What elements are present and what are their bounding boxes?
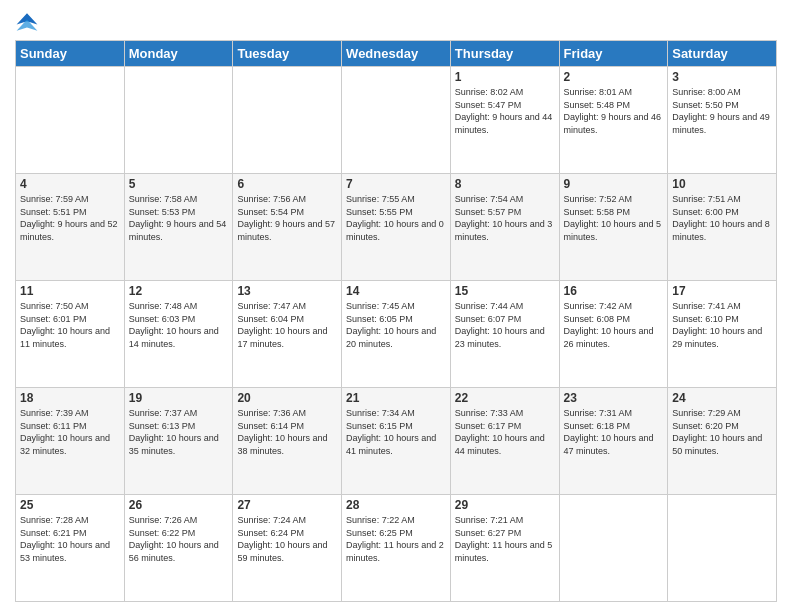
day-number: 24 bbox=[672, 391, 772, 405]
logo-icon bbox=[15, 10, 39, 34]
day-cell: 20Sunrise: 7:36 AM Sunset: 6:14 PM Dayli… bbox=[233, 388, 342, 495]
day-cell bbox=[559, 495, 668, 602]
day-info: Sunrise: 7:55 AM Sunset: 5:55 PM Dayligh… bbox=[346, 193, 446, 243]
day-cell bbox=[233, 67, 342, 174]
day-info: Sunrise: 7:39 AM Sunset: 6:11 PM Dayligh… bbox=[20, 407, 120, 457]
day-cell: 23Sunrise: 7:31 AM Sunset: 6:18 PM Dayli… bbox=[559, 388, 668, 495]
day-number: 1 bbox=[455, 70, 555, 84]
day-number: 20 bbox=[237, 391, 337, 405]
day-number: 17 bbox=[672, 284, 772, 298]
day-info: Sunrise: 7:47 AM Sunset: 6:04 PM Dayligh… bbox=[237, 300, 337, 350]
day-cell: 1Sunrise: 8:02 AM Sunset: 5:47 PM Daylig… bbox=[450, 67, 559, 174]
day-cell: 14Sunrise: 7:45 AM Sunset: 6:05 PM Dayli… bbox=[342, 281, 451, 388]
day-number: 10 bbox=[672, 177, 772, 191]
day-number: 11 bbox=[20, 284, 120, 298]
day-cell: 8Sunrise: 7:54 AM Sunset: 5:57 PM Daylig… bbox=[450, 174, 559, 281]
day-info: Sunrise: 7:50 AM Sunset: 6:01 PM Dayligh… bbox=[20, 300, 120, 350]
day-cell: 6Sunrise: 7:56 AM Sunset: 5:54 PM Daylig… bbox=[233, 174, 342, 281]
day-header-saturday: Saturday bbox=[668, 41, 777, 67]
day-cell: 9Sunrise: 7:52 AM Sunset: 5:58 PM Daylig… bbox=[559, 174, 668, 281]
day-info: Sunrise: 7:29 AM Sunset: 6:20 PM Dayligh… bbox=[672, 407, 772, 457]
day-number: 6 bbox=[237, 177, 337, 191]
day-info: Sunrise: 7:56 AM Sunset: 5:54 PM Dayligh… bbox=[237, 193, 337, 243]
day-number: 18 bbox=[20, 391, 120, 405]
day-number: 9 bbox=[564, 177, 664, 191]
day-info: Sunrise: 7:33 AM Sunset: 6:17 PM Dayligh… bbox=[455, 407, 555, 457]
day-cell: 29Sunrise: 7:21 AM Sunset: 6:27 PM Dayli… bbox=[450, 495, 559, 602]
day-cell: 16Sunrise: 7:42 AM Sunset: 6:08 PM Dayli… bbox=[559, 281, 668, 388]
day-number: 12 bbox=[129, 284, 229, 298]
day-cell: 28Sunrise: 7:22 AM Sunset: 6:25 PM Dayli… bbox=[342, 495, 451, 602]
day-info: Sunrise: 7:22 AM Sunset: 6:25 PM Dayligh… bbox=[346, 514, 446, 564]
day-info: Sunrise: 8:01 AM Sunset: 5:48 PM Dayligh… bbox=[564, 86, 664, 136]
day-cell: 10Sunrise: 7:51 AM Sunset: 6:00 PM Dayli… bbox=[668, 174, 777, 281]
day-number: 25 bbox=[20, 498, 120, 512]
day-header-tuesday: Tuesday bbox=[233, 41, 342, 67]
day-info: Sunrise: 7:26 AM Sunset: 6:22 PM Dayligh… bbox=[129, 514, 229, 564]
day-cell: 11Sunrise: 7:50 AM Sunset: 6:01 PM Dayli… bbox=[16, 281, 125, 388]
day-info: Sunrise: 8:00 AM Sunset: 5:50 PM Dayligh… bbox=[672, 86, 772, 136]
day-number: 14 bbox=[346, 284, 446, 298]
day-header-wednesday: Wednesday bbox=[342, 41, 451, 67]
day-number: 16 bbox=[564, 284, 664, 298]
week-row-0: 1Sunrise: 8:02 AM Sunset: 5:47 PM Daylig… bbox=[16, 67, 777, 174]
day-cell: 19Sunrise: 7:37 AM Sunset: 6:13 PM Dayli… bbox=[124, 388, 233, 495]
day-cell: 7Sunrise: 7:55 AM Sunset: 5:55 PM Daylig… bbox=[342, 174, 451, 281]
day-info: Sunrise: 8:02 AM Sunset: 5:47 PM Dayligh… bbox=[455, 86, 555, 136]
day-cell: 27Sunrise: 7:24 AM Sunset: 6:24 PM Dayli… bbox=[233, 495, 342, 602]
day-number: 23 bbox=[564, 391, 664, 405]
day-info: Sunrise: 7:51 AM Sunset: 6:00 PM Dayligh… bbox=[672, 193, 772, 243]
day-cell: 17Sunrise: 7:41 AM Sunset: 6:10 PM Dayli… bbox=[668, 281, 777, 388]
day-number: 29 bbox=[455, 498, 555, 512]
day-number: 26 bbox=[129, 498, 229, 512]
day-info: Sunrise: 7:36 AM Sunset: 6:14 PM Dayligh… bbox=[237, 407, 337, 457]
week-row-2: 11Sunrise: 7:50 AM Sunset: 6:01 PM Dayli… bbox=[16, 281, 777, 388]
day-cell bbox=[668, 495, 777, 602]
week-row-1: 4Sunrise: 7:59 AM Sunset: 5:51 PM Daylig… bbox=[16, 174, 777, 281]
day-number: 22 bbox=[455, 391, 555, 405]
day-cell bbox=[124, 67, 233, 174]
day-number: 21 bbox=[346, 391, 446, 405]
day-cell: 22Sunrise: 7:33 AM Sunset: 6:17 PM Dayli… bbox=[450, 388, 559, 495]
day-cell: 15Sunrise: 7:44 AM Sunset: 6:07 PM Dayli… bbox=[450, 281, 559, 388]
day-number: 7 bbox=[346, 177, 446, 191]
day-cell bbox=[16, 67, 125, 174]
day-info: Sunrise: 7:34 AM Sunset: 6:15 PM Dayligh… bbox=[346, 407, 446, 457]
day-info: Sunrise: 7:24 AM Sunset: 6:24 PM Dayligh… bbox=[237, 514, 337, 564]
day-header-thursday: Thursday bbox=[450, 41, 559, 67]
day-info: Sunrise: 7:37 AM Sunset: 6:13 PM Dayligh… bbox=[129, 407, 229, 457]
day-number: 19 bbox=[129, 391, 229, 405]
day-cell: 26Sunrise: 7:26 AM Sunset: 6:22 PM Dayli… bbox=[124, 495, 233, 602]
day-cell: 4Sunrise: 7:59 AM Sunset: 5:51 PM Daylig… bbox=[16, 174, 125, 281]
day-info: Sunrise: 7:28 AM Sunset: 6:21 PM Dayligh… bbox=[20, 514, 120, 564]
day-info: Sunrise: 7:42 AM Sunset: 6:08 PM Dayligh… bbox=[564, 300, 664, 350]
day-info: Sunrise: 7:41 AM Sunset: 6:10 PM Dayligh… bbox=[672, 300, 772, 350]
day-info: Sunrise: 7:52 AM Sunset: 5:58 PM Dayligh… bbox=[564, 193, 664, 243]
day-cell: 18Sunrise: 7:39 AM Sunset: 6:11 PM Dayli… bbox=[16, 388, 125, 495]
day-number: 3 bbox=[672, 70, 772, 84]
day-number: 15 bbox=[455, 284, 555, 298]
week-row-3: 18Sunrise: 7:39 AM Sunset: 6:11 PM Dayli… bbox=[16, 388, 777, 495]
day-info: Sunrise: 7:54 AM Sunset: 5:57 PM Dayligh… bbox=[455, 193, 555, 243]
day-number: 5 bbox=[129, 177, 229, 191]
day-cell: 5Sunrise: 7:58 AM Sunset: 5:53 PM Daylig… bbox=[124, 174, 233, 281]
day-info: Sunrise: 7:59 AM Sunset: 5:51 PM Dayligh… bbox=[20, 193, 120, 243]
day-number: 2 bbox=[564, 70, 664, 84]
day-info: Sunrise: 7:31 AM Sunset: 6:18 PM Dayligh… bbox=[564, 407, 664, 457]
day-info: Sunrise: 7:44 AM Sunset: 6:07 PM Dayligh… bbox=[455, 300, 555, 350]
week-row-4: 25Sunrise: 7:28 AM Sunset: 6:21 PM Dayli… bbox=[16, 495, 777, 602]
day-cell: 12Sunrise: 7:48 AM Sunset: 6:03 PM Dayli… bbox=[124, 281, 233, 388]
day-header-friday: Friday bbox=[559, 41, 668, 67]
day-cell: 3Sunrise: 8:00 AM Sunset: 5:50 PM Daylig… bbox=[668, 67, 777, 174]
day-info: Sunrise: 7:45 AM Sunset: 6:05 PM Dayligh… bbox=[346, 300, 446, 350]
calendar-table: SundayMondayTuesdayWednesdayThursdayFrid… bbox=[15, 40, 777, 602]
day-cell: 24Sunrise: 7:29 AM Sunset: 6:20 PM Dayli… bbox=[668, 388, 777, 495]
header-row: SundayMondayTuesdayWednesdayThursdayFrid… bbox=[16, 41, 777, 67]
day-number: 4 bbox=[20, 177, 120, 191]
day-number: 8 bbox=[455, 177, 555, 191]
day-header-sunday: Sunday bbox=[16, 41, 125, 67]
day-cell: 2Sunrise: 8:01 AM Sunset: 5:48 PM Daylig… bbox=[559, 67, 668, 174]
day-number: 13 bbox=[237, 284, 337, 298]
day-cell: 21Sunrise: 7:34 AM Sunset: 6:15 PM Dayli… bbox=[342, 388, 451, 495]
day-header-monday: Monday bbox=[124, 41, 233, 67]
